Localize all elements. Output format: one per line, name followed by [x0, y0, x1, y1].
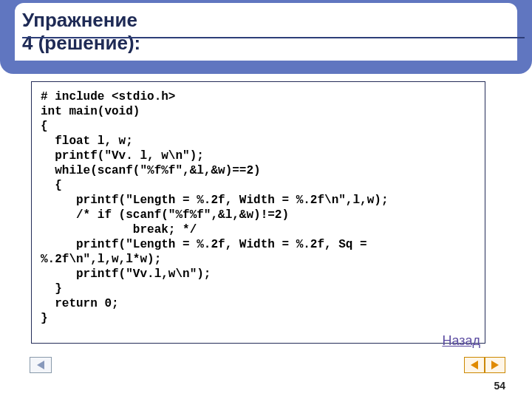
slide-title: Упражнение 4 (решение):	[22, 9, 148, 55]
code-box: # include <stdio.h> int main(void) { flo…	[31, 81, 485, 344]
header-divider	[22, 37, 525, 38]
nav-button-group	[464, 357, 505, 373]
triangle-left-icon	[471, 361, 478, 369]
triangle-right-icon	[491, 361, 499, 369]
code-content: # include <stdio.h> int main(void) { flo…	[41, 89, 476, 326]
nav-prev-button[interactable]	[464, 357, 485, 373]
title-container: Упражнение 4 (решение):	[15, 3, 517, 61]
page-number: 54	[494, 380, 505, 392]
back-link[interactable]: Назад	[442, 333, 480, 349]
triangle-left-icon	[37, 361, 44, 369]
nav-next-button[interactable]	[485, 357, 505, 373]
slide-header: Упражнение 4 (решение):	[0, 0, 532, 74]
nav-prev-outline-button[interactable]	[30, 357, 52, 373]
